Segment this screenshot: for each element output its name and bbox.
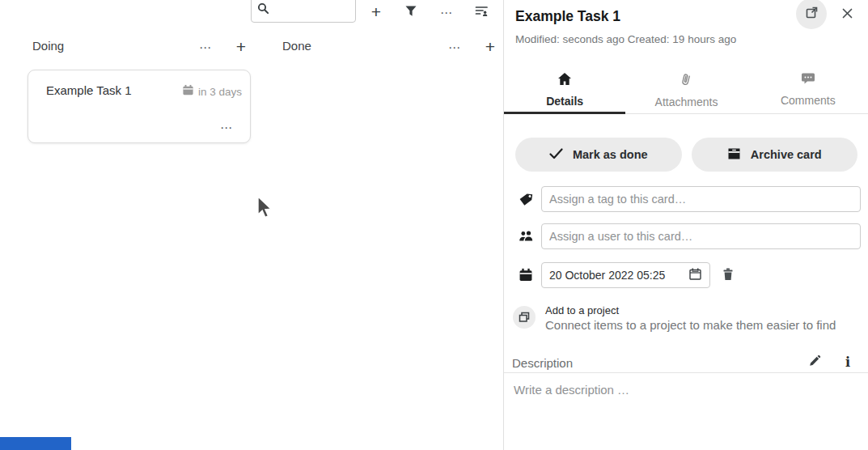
task-card[interactable]: Example Task 1 in 3 days ⋯: [28, 70, 251, 143]
sort-list-icon: [475, 5, 489, 20]
close-icon: [841, 7, 853, 22]
description-header: Description i: [504, 354, 868, 373]
ellipsis-icon: ⋯: [440, 6, 453, 19]
tab-comments[interactable]: Comments: [747, 65, 868, 113]
tag-field-row: [504, 186, 868, 212]
tab-comments-label: Comments: [781, 94, 836, 107]
card-actions-row: Mark as done Archive card: [515, 138, 857, 172]
paperclip-icon: [680, 72, 692, 90]
panel-card-title: Example Task 1: [515, 8, 620, 25]
description-info-button[interactable]: i: [837, 351, 858, 372]
kanban-board: + ⋯ Doing ⋯ + Example Task 1: [0, 0, 503, 450]
card-details-panel: Example Task 1 Modified: seconds ago Cre…: [503, 0, 868, 450]
mark-as-done-button[interactable]: Mark as done: [515, 138, 682, 172]
column-done-menu-button[interactable]: ⋯: [442, 36, 467, 57]
description-placeholder[interactable]: Write a description …: [514, 383, 629, 397]
archive-icon: [727, 147, 741, 163]
search-icon: [257, 2, 269, 18]
plus-icon: +: [236, 38, 246, 55]
external-link-icon: [805, 6, 819, 22]
edit-description-button[interactable]: [804, 351, 825, 372]
filter-button[interactable]: [400, 2, 422, 23]
archive-card-button[interactable]: Archive card: [692, 138, 858, 172]
ellipsis-icon: ⋯: [448, 41, 461, 53]
tag-icon: [519, 192, 533, 210]
due-date-value: 20 October 2022 05:25: [549, 269, 688, 282]
add-to-project-title: Add to a project: [545, 304, 619, 316]
column-doing-menu-button[interactable]: ⋯: [193, 36, 218, 57]
app-window: + ⋯ Doing ⋯ + Example Task 1: [0, 0, 868, 450]
plus-icon: +: [371, 3, 381, 20]
column-title-done: Done: [282, 39, 311, 53]
project-icon: [513, 306, 536, 329]
tab-attachments[interactable]: Attachments: [625, 65, 747, 113]
tab-details-label: Details: [546, 95, 583, 108]
tab-details[interactable]: Details: [504, 65, 625, 113]
archive-card-label: Archive card: [751, 148, 822, 161]
board-menu-button[interactable]: ⋯: [435, 2, 458, 23]
users-icon: [519, 229, 534, 246]
card-title: Example Task 1: [46, 83, 132, 97]
column-done-add-button[interactable]: +: [478, 36, 502, 57]
panel-tabs: Details Attachments Comments: [504, 65, 868, 114]
calendar-icon: [182, 84, 194, 99]
search-input[interactable]: [273, 3, 349, 18]
column-doing-add-button[interactable]: +: [229, 36, 253, 57]
close-panel-button[interactable]: [838, 6, 856, 23]
comment-bubble-icon: [801, 72, 815, 88]
ellipsis-icon: ⋯: [220, 121, 233, 134]
check-icon: [549, 148, 563, 162]
filter-funnel-icon: [404, 5, 417, 20]
open-in-window-button[interactable]: [796, 0, 827, 29]
card-due-label: in 3 days: [198, 86, 242, 98]
card-due-date: in 3 days: [182, 84, 242, 99]
calendar-outline-icon: [688, 267, 702, 284]
assign-user-input[interactable]: [541, 223, 861, 249]
add-to-project-subtitle: Connect items to a project to make them …: [545, 318, 836, 332]
due-date-row: 20 October 2022 05:25: [504, 262, 868, 288]
column-title-doing: Doing: [32, 39, 64, 53]
card-menu-button[interactable]: ⋯: [214, 117, 239, 138]
due-date-picker[interactable]: 20 October 2022 05:25: [541, 262, 710, 288]
plus-icon: +: [485, 38, 495, 55]
mouse-cursor: [256, 196, 273, 220]
search-box: [251, 0, 356, 23]
calendar-icon: [519, 268, 533, 285]
mark-as-done-label: Mark as done: [573, 148, 648, 161]
bottom-left-blue-rect: [0, 437, 71, 450]
description-label: Description: [512, 356, 573, 370]
ellipsis-icon: ⋯: [199, 41, 212, 53]
tab-attachments-label: Attachments: [655, 96, 718, 108]
trash-icon: [722, 267, 735, 283]
user-field-row: [504, 223, 868, 249]
add-card-button[interactable]: +: [365, 1, 387, 22]
assign-tag-input[interactable]: [541, 186, 861, 212]
pencil-icon: [808, 354, 821, 370]
remove-due-date-button[interactable]: [717, 265, 739, 286]
add-to-project-row[interactable]: Add to a project Connect items to a proj…: [513, 304, 861, 332]
info-icon: i: [845, 354, 850, 370]
panel-card-meta: Modified: seconds ago Created: 19 hours …: [515, 33, 736, 45]
sort-button[interactable]: [470, 2, 493, 23]
home-icon: [557, 72, 572, 89]
